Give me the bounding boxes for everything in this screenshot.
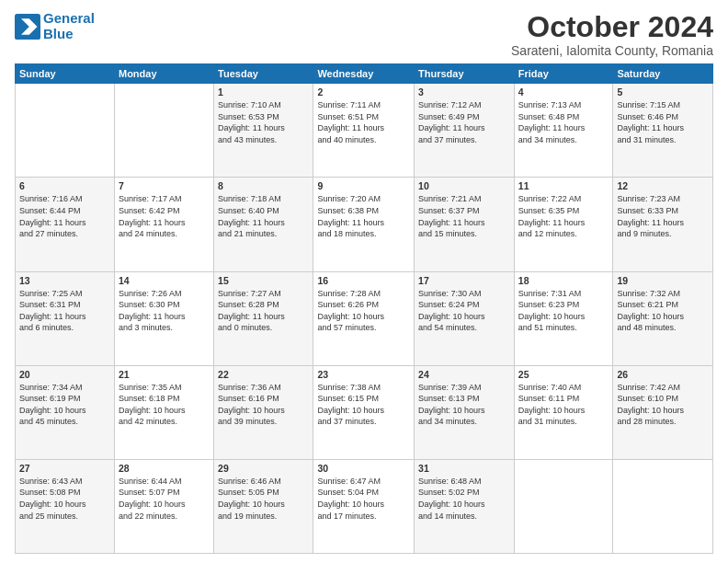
day-number: 15 [218, 275, 309, 286]
day-number: 1 [218, 86, 309, 98]
day-info: Sunrise: 7:27 AM Sunset: 6:28 PM Dayligh… [218, 288, 309, 334]
calendar-day-cell: 3Sunrise: 7:12 AM Sunset: 6:49 PM Daylig… [415, 84, 515, 178]
calendar-day-cell: 26Sunrise: 7:42 AM Sunset: 6:10 PM Dayli… [613, 365, 713, 459]
weekday-header: Sunday [16, 64, 115, 84]
calendar-day-cell: 4Sunrise: 7:13 AM Sunset: 6:48 PM Daylig… [514, 84, 613, 178]
day-number: 8 [218, 180, 309, 191]
day-number: 9 [317, 180, 410, 191]
calendar-week-row: 13Sunrise: 7:25 AM Sunset: 6:31 PM Dayli… [16, 271, 713, 365]
day-number: 6 [19, 180, 110, 191]
calendar-day-cell: 23Sunrise: 7:38 AM Sunset: 6:15 PM Dayli… [313, 365, 415, 459]
day-number: 5 [617, 86, 709, 98]
calendar-day-cell: 17Sunrise: 7:30 AM Sunset: 6:24 PM Dayli… [415, 271, 515, 365]
day-info: Sunrise: 7:32 AM Sunset: 6:21 PM Dayligh… [617, 288, 709, 334]
calendar-day-cell: 2Sunrise: 7:11 AM Sunset: 6:51 PM Daylig… [313, 84, 415, 178]
calendar-subtitle: Sarateni, Ialomita County, Romania [511, 43, 713, 58]
calendar-title: October 2024 [511, 11, 713, 43]
day-info: Sunrise: 7:17 AM Sunset: 6:42 PM Dayligh… [119, 193, 210, 239]
day-number: 14 [119, 275, 210, 286]
weekday-header: Thursday [415, 64, 515, 84]
day-info: Sunrise: 7:20 AM Sunset: 6:38 PM Dayligh… [317, 193, 410, 239]
calendar-day-cell: 30Sunrise: 6:47 AM Sunset: 5:04 PM Dayli… [313, 459, 415, 553]
day-number: 3 [418, 86, 510, 98]
logo-line2: Blue [43, 26, 74, 41]
calendar-day-cell: 12Sunrise: 7:23 AM Sunset: 6:33 PM Dayli… [613, 178, 713, 271]
day-info: Sunrise: 7:10 AM Sunset: 6:53 PM Dayligh… [218, 99, 309, 145]
day-number: 27 [19, 463, 110, 474]
day-info: Sunrise: 7:15 AM Sunset: 6:46 PM Dayligh… [617, 99, 709, 145]
day-number: 20 [19, 369, 110, 380]
day-info: Sunrise: 7:23 AM Sunset: 6:33 PM Dayligh… [617, 193, 709, 239]
day-info: Sunrise: 6:46 AM Sunset: 5:05 PM Dayligh… [218, 476, 309, 522]
calendar-day-cell: 16Sunrise: 7:28 AM Sunset: 6:26 PM Dayli… [313, 271, 415, 365]
weekday-header: Saturday [613, 64, 713, 84]
day-number: 23 [317, 369, 410, 380]
logo-line1: General [43, 10, 95, 26]
calendar-day-cell: 5Sunrise: 7:15 AM Sunset: 6:46 PM Daylig… [613, 84, 713, 178]
calendar-day-cell: 24Sunrise: 7:39 AM Sunset: 6:13 PM Dayli… [415, 365, 515, 459]
day-info: Sunrise: 6:44 AM Sunset: 5:07 PM Dayligh… [119, 476, 210, 522]
day-info: Sunrise: 7:18 AM Sunset: 6:40 PM Dayligh… [218, 193, 309, 239]
calendar-week-row: 27Sunrise: 6:43 AM Sunset: 5:08 PM Dayli… [16, 459, 713, 553]
weekday-header: Monday [114, 64, 213, 84]
day-info: Sunrise: 6:48 AM Sunset: 5:02 PM Dayligh… [418, 476, 510, 522]
calendar-day-cell: 28Sunrise: 6:44 AM Sunset: 5:07 PM Dayli… [114, 459, 213, 553]
day-number: 18 [518, 275, 609, 286]
day-number: 22 [218, 369, 309, 380]
header: General Blue October 2024 Sarateni, Ialo… [15, 11, 713, 58]
day-info: Sunrise: 7:16 AM Sunset: 6:44 PM Dayligh… [19, 193, 110, 239]
day-info: Sunrise: 7:25 AM Sunset: 6:31 PM Dayligh… [19, 288, 110, 334]
calendar-day-cell: 22Sunrise: 7:36 AM Sunset: 6:16 PM Dayli… [214, 365, 313, 459]
day-number: 30 [317, 463, 410, 474]
weekday-header: Wednesday [313, 64, 415, 84]
calendar-day-cell: 11Sunrise: 7:22 AM Sunset: 6:35 PM Dayli… [514, 178, 613, 271]
calendar-week-row: 6Sunrise: 7:16 AM Sunset: 6:44 PM Daylig… [16, 178, 713, 271]
calendar-day-cell: 31Sunrise: 6:48 AM Sunset: 5:02 PM Dayli… [415, 459, 515, 553]
day-info: Sunrise: 7:31 AM Sunset: 6:23 PM Dayligh… [518, 288, 609, 334]
calendar-day-cell [514, 459, 613, 553]
calendar-week-row: 20Sunrise: 7:34 AM Sunset: 6:19 PM Dayli… [16, 365, 713, 459]
day-info: Sunrise: 7:13 AM Sunset: 6:48 PM Dayligh… [518, 99, 609, 145]
logo-text: General Blue [43, 11, 95, 41]
calendar-day-cell: 25Sunrise: 7:40 AM Sunset: 6:11 PM Dayli… [514, 365, 613, 459]
calendar-week-row: 1Sunrise: 7:10 AM Sunset: 6:53 PM Daylig… [16, 84, 713, 178]
calendar-day-cell: 13Sunrise: 7:25 AM Sunset: 6:31 PM Dayli… [16, 271, 115, 365]
calendar-day-cell [16, 84, 115, 178]
day-info: Sunrise: 7:38 AM Sunset: 6:15 PM Dayligh… [317, 382, 410, 428]
day-number: 31 [418, 463, 510, 474]
calendar-day-cell: 18Sunrise: 7:31 AM Sunset: 6:23 PM Dayli… [514, 271, 613, 365]
calendar-day-cell: 15Sunrise: 7:27 AM Sunset: 6:28 PM Dayli… [214, 271, 313, 365]
calendar-day-cell: 8Sunrise: 7:18 AM Sunset: 6:40 PM Daylig… [214, 178, 313, 271]
day-info: Sunrise: 7:30 AM Sunset: 6:24 PM Dayligh… [418, 288, 510, 334]
day-number: 2 [317, 86, 410, 98]
day-number: 19 [617, 275, 709, 286]
calendar-day-cell: 14Sunrise: 7:26 AM Sunset: 6:30 PM Dayli… [114, 271, 213, 365]
calendar-day-cell [114, 84, 213, 178]
logo: General Blue [15, 11, 95, 41]
day-info: Sunrise: 7:22 AM Sunset: 6:35 PM Dayligh… [518, 193, 609, 239]
day-number: 7 [119, 180, 210, 191]
day-number: 17 [418, 275, 510, 286]
day-info: Sunrise: 7:34 AM Sunset: 6:19 PM Dayligh… [19, 382, 110, 428]
day-info: Sunrise: 7:21 AM Sunset: 6:37 PM Dayligh… [418, 193, 510, 239]
day-info: Sunrise: 7:42 AM Sunset: 6:10 PM Dayligh… [617, 382, 709, 428]
logo-icon [15, 14, 40, 40]
calendar-day-cell: 10Sunrise: 7:21 AM Sunset: 6:37 PM Dayli… [415, 178, 515, 271]
weekday-header: Friday [514, 64, 613, 84]
day-info: Sunrise: 7:28 AM Sunset: 6:26 PM Dayligh… [317, 288, 410, 334]
calendar-day-cell: 7Sunrise: 7:17 AM Sunset: 6:42 PM Daylig… [114, 178, 213, 271]
calendar-day-cell: 1Sunrise: 7:10 AM Sunset: 6:53 PM Daylig… [214, 84, 313, 178]
day-info: Sunrise: 7:39 AM Sunset: 6:13 PM Dayligh… [418, 382, 510, 428]
day-info: Sunrise: 7:12 AM Sunset: 6:49 PM Dayligh… [418, 99, 510, 145]
day-number: 12 [617, 180, 709, 191]
calendar-day-cell [613, 459, 713, 553]
day-info: Sunrise: 7:36 AM Sunset: 6:16 PM Dayligh… [218, 382, 309, 428]
day-info: Sunrise: 7:11 AM Sunset: 6:51 PM Dayligh… [317, 99, 410, 145]
day-number: 11 [518, 180, 609, 191]
day-number: 25 [518, 369, 609, 380]
day-info: Sunrise: 7:40 AM Sunset: 6:11 PM Dayligh… [518, 382, 609, 428]
day-number: 21 [119, 369, 210, 380]
day-info: Sunrise: 7:26 AM Sunset: 6:30 PM Dayligh… [119, 288, 210, 334]
day-number: 26 [617, 369, 709, 380]
calendar-day-cell: 21Sunrise: 7:35 AM Sunset: 6:18 PM Dayli… [114, 365, 213, 459]
